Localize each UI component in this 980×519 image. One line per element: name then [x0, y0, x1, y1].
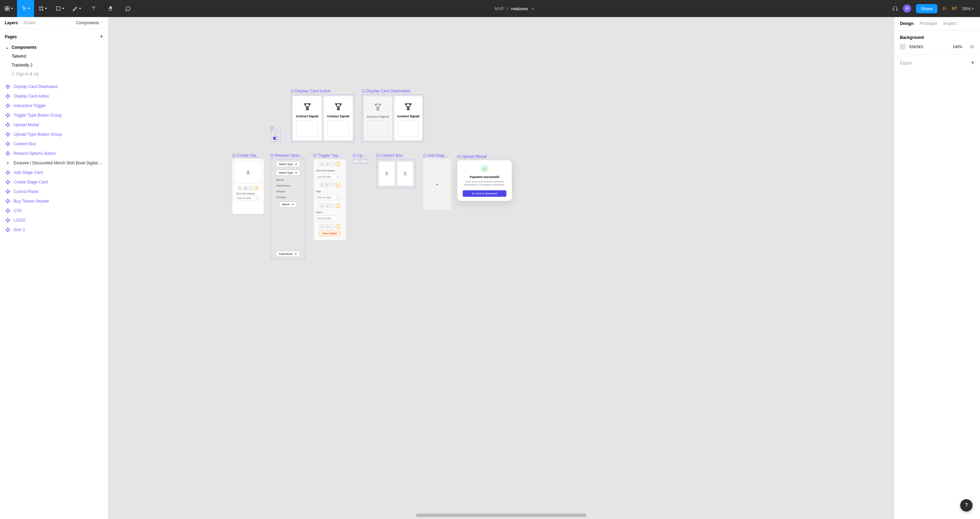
upload-modal-frame[interactable]: Payment successful Lorem ipsum dolor sit… [457, 160, 512, 201]
topbar: MVP / realones ▾ P Share A? 39%▾ [0, 0, 980, 17]
upload-type-frame[interactable] [353, 159, 368, 164]
add-stage-frame[interactable]: + [423, 159, 451, 210]
canvas[interactable]: Display Card Active Contract Signed Cont… [108, 17, 894, 519]
component-icon [5, 151, 10, 156]
menu-button[interactable] [0, 0, 17, 17]
search-icon [358, 160, 362, 163]
frame-label[interactable]: Create Sta... [232, 153, 259, 158]
content-box-frame[interactable] [376, 159, 416, 188]
frame-label[interactable]: Upload Modal [457, 154, 487, 159]
layer-item[interactable]: LOGO [3, 216, 105, 225]
plus-icon: + [436, 182, 439, 187]
layer-label: Control Panel [14, 189, 38, 194]
tab-design[interactable]: Design [900, 21, 913, 26]
zoom-control[interactable]: 39%▾ [962, 6, 974, 11]
layer-label: Add Stage Card [14, 170, 43, 175]
layer-item[interactable]: Interactive Toggle [3, 101, 105, 110]
layer-item[interactable]: Content Box [3, 139, 105, 149]
breadcrumb[interactable]: MVP / realones ▾ [495, 6, 534, 11]
trophy-icon [303, 102, 312, 111]
chevron-down-icon: ⌄ [5, 45, 9, 50]
tab-layers[interactable]: Layers [5, 21, 18, 25]
background-hex[interactable]: E5E5E5 [910, 45, 923, 49]
toolbar-tools [0, 0, 136, 17]
check-icon [481, 165, 488, 172]
comment-tool[interactable] [119, 0, 136, 17]
create-stage-frame[interactable]: Time from release 000-00-0000 [232, 159, 264, 214]
pen-tool[interactable] [68, 0, 85, 17]
svg-rect-14 [326, 205, 328, 206]
horizontal-scrollbar[interactable] [416, 514, 586, 517]
frame-label[interactable]: Reward Optio... [270, 153, 303, 158]
left-panel-tabs: Layers Assets Components⌃ [0, 17, 108, 29]
frame-label[interactable]: ... [270, 126, 278, 130]
upload-icon [354, 160, 358, 163]
help-button[interactable]: ? [960, 499, 972, 511]
component-icon [5, 199, 10, 204]
frame-label[interactable]: Content Box [376, 153, 403, 158]
add-page-button[interactable]: + [100, 33, 103, 40]
tab-prototype[interactable]: Prototype [920, 21, 937, 26]
breadcrumb-file: realones [511, 6, 528, 11]
trigger-type-frame[interactable]: Time from release 000-00-0000 Date 000-0… [313, 159, 346, 241]
layer-label: Display Card Deativated [14, 84, 57, 89]
layer-item[interactable]: Add Stage Card [3, 168, 105, 177]
frame-label[interactable]: Add Stag... [423, 153, 447, 158]
layer-item[interactable]: NAV 2 [3, 225, 105, 235]
avatar[interactable]: P [903, 5, 911, 13]
layer-label: Exsluive / Discounted Merch Shirt Book D… [14, 161, 102, 165]
svg-rect-10 [326, 184, 328, 185]
layer-item[interactable]: Buy Tickets Header [3, 196, 105, 206]
layer-item[interactable]: Upload Type Button Group [3, 129, 105, 139]
add-export-button[interactable]: + [971, 59, 975, 67]
move-tool[interactable] [17, 0, 34, 17]
headphones-icon[interactable] [892, 5, 898, 11]
users-icon [249, 186, 253, 190]
clock-icon [337, 175, 339, 178]
background-swatch[interactable] [900, 44, 905, 50]
trophy-icon [334, 102, 343, 111]
frame-label[interactable]: Trigger Typ... [313, 153, 341, 158]
tab-inspect[interactable]: Inspect [943, 21, 956, 26]
page-item[interactable]: 1. Sign in & Up [3, 70, 105, 78]
layer-item[interactable]: Control Panel [3, 187, 105, 196]
layer-item[interactable]: Upload Modal [3, 120, 105, 129]
frame-label[interactable]: Display Card Active [291, 89, 331, 93]
breadcrumb-project: MVP [495, 6, 504, 11]
layer-item[interactable]: Trigger Type Button Group [3, 110, 105, 120]
right-panel-tabs: Design Prototype Inspect [894, 17, 980, 30]
layer-item[interactable]: CTA [3, 206, 105, 216]
display-card-active-frame[interactable]: Contract Signed Contract Signed [291, 94, 355, 142]
missing-fonts-badge[interactable]: A? [952, 6, 957, 11]
interactive-toggle-frame[interactable] [270, 131, 281, 142]
reward-options-frame[interactable]: Select Type Select Type Merch Experience… [270, 159, 305, 259]
component-icon [5, 208, 10, 213]
layer-item[interactable]: Display Card Active [3, 91, 105, 101]
frame-tool[interactable] [34, 0, 51, 17]
frame-label[interactable]: Up... [353, 153, 366, 158]
hand-tool[interactable] [102, 0, 119, 17]
page-item[interactable]: ⌄Components [3, 43, 105, 52]
layer-item[interactable]: Reward Options Button [3, 149, 105, 158]
svg-rect-18 [326, 226, 328, 227]
play-icon[interactable] [942, 6, 947, 11]
layer-item[interactable]: Create Stage Card [3, 177, 105, 187]
page-dropdown[interactable]: Components⌃ [76, 21, 103, 25]
zapier-icon [336, 162, 340, 166]
layer-label: Content Box [14, 142, 36, 146]
layer-item[interactable]: Display Card Deativated [3, 82, 105, 91]
background-opacity[interactable]: 100% [953, 45, 962, 49]
layer-item[interactable]: TExsluive / Discounted Merch Shirt Book … [3, 158, 105, 168]
shape-tool[interactable] [51, 0, 68, 17]
share-button[interactable]: Share [916, 4, 937, 13]
toggle-off [274, 133, 277, 136]
svg-rect-2 [245, 188, 247, 189]
page-item[interactable]: Trackedly 2 [3, 61, 105, 70]
right-panel: Design Prototype Inspect Background E5E5… [894, 17, 980, 519]
text-tool[interactable] [85, 0, 102, 17]
visibility-icon[interactable] [970, 44, 975, 49]
display-card-deact-frame[interactable]: Contract Signed Contract Signed [362, 94, 424, 142]
frame-label[interactable]: Display Card Deativated [362, 89, 410, 93]
tab-assets[interactable]: Assets [24, 21, 36, 25]
page-item[interactable]: Tailwind [3, 52, 105, 61]
